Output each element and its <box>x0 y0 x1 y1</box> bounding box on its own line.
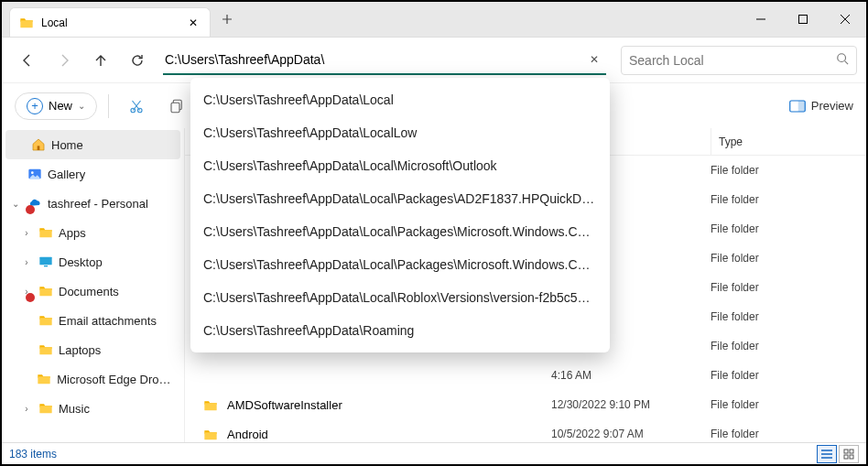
sidebar-item-email-attachments[interactable]: Email attachments <box>2 306 184 335</box>
svg-rect-7 <box>798 101 806 112</box>
preview-label: Preview <box>811 99 853 113</box>
icons-view-button[interactable] <box>839 445 859 463</box>
sync-error-icon <box>26 205 35 214</box>
up-button[interactable] <box>84 44 117 77</box>
tab-title: Local <box>41 16 179 29</box>
chevron-icon[interactable]: ⌄ <box>9 199 22 209</box>
col-type[interactable]: Type <box>711 128 866 155</box>
address-bar[interactable]: ✕ <box>163 46 606 75</box>
address-suggestions: C:\Users\Tashreef\AppData\LocalC:\Users\… <box>190 78 610 352</box>
svg-rect-13 <box>844 450 848 453</box>
tree-label: Email attachments <box>59 314 157 328</box>
suggestion-item[interactable]: C:\Users\Tashreef\AppData\LocalLow <box>190 116 610 149</box>
nav-toolbar: ✕ <box>2 37 866 82</box>
forward-button[interactable] <box>48 44 81 77</box>
suggestion-item[interactable]: C:\Users\Tashreef\AppData\Local\Packages… <box>190 215 610 248</box>
file-type: File folder <box>711 164 866 177</box>
tree-label: Desktop <box>59 255 103 269</box>
chevron-icon[interactable]: › <box>20 228 33 238</box>
svg-point-10 <box>31 171 34 174</box>
address-input[interactable] <box>163 49 582 70</box>
folder-icon <box>203 398 220 411</box>
tree-icon <box>31 137 46 152</box>
svg-rect-11 <box>39 257 51 266</box>
new-label: New <box>49 99 72 113</box>
sidebar-item-laptops[interactable]: Laptops <box>2 335 184 364</box>
file-type: File folder <box>711 281 866 294</box>
minimize-button[interactable] <box>740 2 782 37</box>
file-type: File folder <box>711 252 866 265</box>
folder-icon <box>203 369 220 382</box>
file-type: File folder <box>711 428 866 440</box>
suggestion-item[interactable]: C:\Users\Tashreef\AppData\Local <box>190 83 610 116</box>
suggestion-item[interactable]: C:\Users\Tashreef\AppData\Local\Roblox\V… <box>190 281 610 314</box>
tree-icon <box>38 284 53 298</box>
plus-icon: + <box>27 98 43 114</box>
sidebar-item-microsoft-edge-drop-files[interactable]: Microsoft Edge Drop Files <box>2 364 184 394</box>
tree-icon <box>38 401 53 416</box>
search-input[interactable] <box>629 53 836 68</box>
sidebar-item-gallery[interactable]: Gallery <box>2 159 184 189</box>
tree-icon <box>38 313 53 328</box>
back-button[interactable] <box>11 44 44 77</box>
file-date: 12/30/2022 9:10 PM <box>551 398 711 411</box>
file-date: 10/5/2022 9:07 AM <box>551 428 711 440</box>
suggestion-item[interactable]: C:\Users\Tashreef\AppData\Local\Microsof… <box>190 149 610 182</box>
folder-icon <box>19 16 34 30</box>
folder-icon <box>203 428 220 440</box>
sidebar-item-apps[interactable]: ›Apps <box>2 218 184 247</box>
cut-button[interactable] <box>120 90 153 123</box>
tree-icon <box>37 372 51 386</box>
item-count: 183 items <box>9 448 57 461</box>
tree-icon <box>38 342 53 357</box>
tab-current[interactable]: Local ✕ <box>9 7 211 37</box>
svg-rect-0 <box>799 16 808 24</box>
search-icon <box>836 52 849 69</box>
suggestion-item[interactable]: C:\Users\Tashreef\AppData\Local\Packages… <box>190 182 610 215</box>
svg-rect-5 <box>171 103 179 113</box>
chevron-icon[interactable]: › <box>20 404 33 414</box>
file-name: AMDSoftwareInstaller <box>227 398 342 412</box>
tree-label: Documents <box>59 285 119 298</box>
file-type: File folder <box>711 222 866 235</box>
file-type: File folder <box>711 369 866 382</box>
tree-label: Microsoft Edge Drop Files <box>57 373 177 386</box>
table-row[interactable]: AMDSoftwareInstaller12/30/2022 9:10 PMFi… <box>185 390 866 419</box>
tree-label: tashreef - Personal <box>48 197 148 211</box>
tree-icon <box>38 255 53 269</box>
sidebar-item-home[interactable]: Home <box>5 130 180 159</box>
close-icon[interactable]: ✕ <box>186 16 201 30</box>
suggestion-item[interactable]: C:\Users\Tashreef\AppData\Roaming <box>190 314 610 347</box>
chevron-icon[interactable]: › <box>20 257 33 267</box>
search-box[interactable] <box>621 46 857 75</box>
suggestion-item[interactable]: C:\Users\Tashreef\AppData\Local\Packages… <box>190 248 610 281</box>
svg-rect-14 <box>850 450 853 453</box>
new-tab-button[interactable] <box>211 2 244 37</box>
svg-rect-16 <box>850 455 853 459</box>
sidebar-item-music[interactable]: ›Music <box>2 394 184 423</box>
clear-icon[interactable]: ✕ <box>582 53 606 66</box>
tree-label: Apps <box>59 226 86 240</box>
refresh-button[interactable] <box>121 44 154 77</box>
sidebar-item-desktop[interactable]: ›Desktop <box>2 247 184 276</box>
tree-icon <box>38 225 53 240</box>
sync-error-icon <box>26 293 35 302</box>
file-type: File folder <box>711 310 866 323</box>
file-name: Android <box>227 428 268 441</box>
details-view-button[interactable] <box>817 445 837 463</box>
sidebar-item-tashreef-personal[interactable]: ⌄tashreef - Personal <box>2 189 184 218</box>
sidebar-item-documents[interactable]: ›Documents <box>2 276 184 306</box>
tree-label: Laptops <box>59 343 101 357</box>
navigation-pane[interactable]: HomeGallery⌄tashreef - Personal›Apps›Des… <box>2 128 185 442</box>
chevron-down-icon: ⌄ <box>78 101 85 111</box>
table-row[interactable]: 4:16 AMFile folder <box>185 361 866 390</box>
preview-button[interactable]: Preview <box>789 99 853 113</box>
close-window-button[interactable] <box>824 2 866 37</box>
table-row[interactable]: Android10/5/2022 9:07 AMFile folder <box>185 419 866 442</box>
new-button[interactable]: + New ⌄ <box>15 92 97 120</box>
tree-icon <box>27 167 42 181</box>
svg-rect-12 <box>44 266 48 266</box>
copy-button[interactable] <box>160 90 193 123</box>
file-type: File folder <box>711 340 866 352</box>
maximize-button[interactable] <box>782 2 824 37</box>
